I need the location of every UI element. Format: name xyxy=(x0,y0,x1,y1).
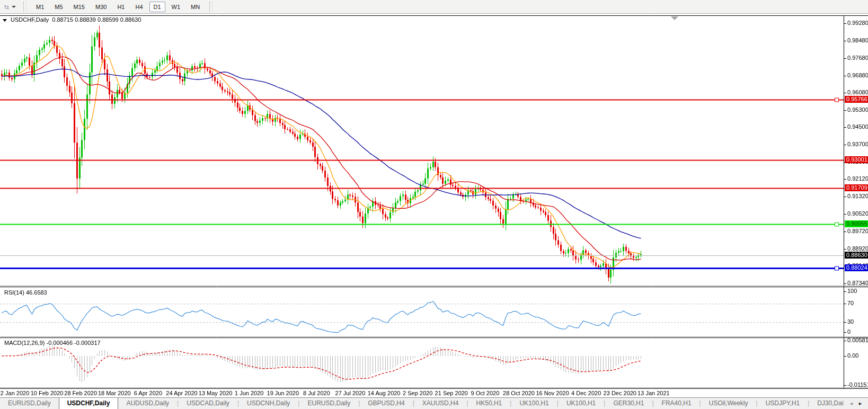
timeframe-button-m30[interactable]: M30 xyxy=(91,2,111,12)
price-tick-label: 0.90520 xyxy=(847,210,868,217)
chart-tools-icon[interactable]: ⇆ xyxy=(2,3,11,11)
tab-item-audusd-daily[interactable]: AUDUSD,Daily xyxy=(118,398,177,409)
price-level-badge[interactable]: 0.95766 xyxy=(845,96,868,103)
date-label: 13 Jan 2021 xyxy=(637,390,670,396)
ohlc-high: 0.88839 xyxy=(75,16,96,23)
rsi-tick-label: 70 xyxy=(847,300,854,306)
timeframe-button-m5[interactable]: M5 xyxy=(50,2,67,12)
price-tick-label: 0.95300 xyxy=(847,106,868,113)
date-label: 23 Dec 2020 xyxy=(604,390,636,396)
tab-item-usdchf-daily[interactable]: USDCHF,Daily xyxy=(59,398,119,409)
date-label: 13 May 2020 xyxy=(199,390,233,396)
ohlc-close: 0.88630 xyxy=(120,16,141,23)
date-label: 1 Jun 2020 xyxy=(235,390,263,396)
rsi-tick-label: 30 xyxy=(847,318,854,325)
tab-item-gbpusd-h4[interactable]: GBPUSD,H4 xyxy=(360,398,412,409)
current-price-badge: 0.88630 xyxy=(845,252,868,259)
date-label: 28 Oct 2020 xyxy=(503,390,535,396)
tab-item-hk50-h1[interactable]: HK50,H1 xyxy=(468,398,510,409)
tab-item-usdjpy-h1[interactable]: USDJPY,H1 xyxy=(758,398,808,409)
macd-main-value: -0.000466 xyxy=(46,340,73,346)
date-label: 16 Nov 2020 xyxy=(536,390,569,396)
timeframe-button-w1[interactable]: W1 xyxy=(167,2,185,12)
timeframe-button-h4[interactable]: H4 xyxy=(131,2,147,12)
rsi-value: 46.6583 xyxy=(26,289,47,296)
price-tick-label: 0.92120 xyxy=(847,175,868,182)
ohlc-low: 0.88599 xyxy=(98,16,119,23)
price-tick-label: 0.93700 xyxy=(847,141,868,147)
rsi-indicator-label: RSI(14) 46.6583 xyxy=(4,289,47,296)
macd-signal-value: -0.000317 xyxy=(74,340,101,346)
price-tick-label: 0.88920 xyxy=(847,245,868,252)
price-tick-label: 0.94500 xyxy=(847,123,868,130)
date-label: 14 Aug 2020 xyxy=(368,390,401,396)
tab-item-fra40-h1[interactable]: FRA40,H1 xyxy=(654,398,699,409)
timeframe-button-d1[interactable]: D1 xyxy=(149,2,165,12)
macd-indicator-label: MACD(12,26,9) -0.000466 -0.000317 xyxy=(4,340,101,346)
rsi-tick-label: 100 xyxy=(847,288,857,294)
price-level-badge[interactable]: 0.91709 xyxy=(845,184,868,191)
tab-scroll-controls: ◂ ▸ xyxy=(844,398,868,409)
macd-name: MACD(12,26,9) xyxy=(4,340,45,346)
chevron-down-icon[interactable] xyxy=(12,6,16,8)
price-tick-label: 0.96080 xyxy=(847,89,868,95)
date-label: 28 Feb 2020 xyxy=(64,390,97,396)
price-tick-label: 0.91320 xyxy=(847,193,868,199)
tab-item-xauusd-h4[interactable]: XAUUSD,H4 xyxy=(414,398,467,409)
date-label: 6 Apr 2020 xyxy=(134,390,162,396)
price-level-badge[interactable]: 0.88024 xyxy=(845,264,868,271)
timeframe-button-mn[interactable]: MN xyxy=(187,2,204,12)
price-level-badge[interactable]: 0.90055 xyxy=(845,220,868,227)
tab-item-uk100-h1[interactable]: UK100,H1 xyxy=(559,398,604,409)
tab-item-eurusd-daily[interactable]: EURUSD,Daily xyxy=(0,398,59,409)
price-tick-label: 0.87340 xyxy=(847,280,868,286)
price-tick-label: 0.98480 xyxy=(847,37,868,43)
date-label: 22 Jan 2020 xyxy=(0,390,29,396)
tab-item-ger30-h1[interactable]: GER30,H1 xyxy=(605,398,652,409)
date-label: 18 Mar 2020 xyxy=(98,390,131,396)
chart-title: USDCHF,Daily 0.88715 0.88839 0.88599 0.8… xyxy=(3,16,141,23)
price-tick-label: 0.89720 xyxy=(847,228,868,234)
symbol-period-label: USDCHF,Daily xyxy=(11,16,49,23)
timeframe-toolbar: ⇆ M1M5M15M30H1H4D1W1MN xyxy=(0,0,868,14)
date-label: 21 Sep 2020 xyxy=(435,390,468,396)
tab-scroll-right-icon[interactable]: ▸ xyxy=(859,400,862,407)
date-label: 8 Jul 2020 xyxy=(303,390,330,396)
macd-tick-label: -0.011514 xyxy=(847,381,868,388)
price-tick-label: 0.97680 xyxy=(847,55,868,61)
tab-item-eurusd-daily[interactable]: EURUSD,Daily xyxy=(299,398,358,409)
tab-item-usdcad-daily[interactable]: USDCAD,Daily xyxy=(179,398,237,409)
date-label: 24 Apr 2020 xyxy=(166,390,197,396)
tab-item-uk100-h1[interactable]: UK100,H1 xyxy=(511,398,556,409)
price-level-badge[interactable]: 0.93001 xyxy=(845,156,868,163)
date-label: 2 Sep 2020 xyxy=(403,390,432,396)
timeframe-button-m15[interactable]: M15 xyxy=(69,2,89,12)
macd-tick-label: 0.00 xyxy=(847,352,858,359)
macd-tick-label: 0.005818 xyxy=(847,337,868,343)
price-tick-label: 0.96880 xyxy=(847,72,868,78)
date-label: 4 Dec 2020 xyxy=(571,390,601,396)
date-label: 19 Jun 2020 xyxy=(267,390,299,396)
rsi-name: RSI(14) xyxy=(4,289,24,296)
tab-item-usdcnh-daily[interactable]: USDCNH,Daily xyxy=(239,398,298,409)
price-tick-label: 0.99280 xyxy=(847,20,868,26)
rsi-tick-label: 0 xyxy=(847,328,851,335)
chart-tab-bar: EURUSD,DailyUSDCHF,DailyAUDUSD,Daily|USD… xyxy=(0,397,868,409)
chart-menu-triangle-icon[interactable] xyxy=(3,19,7,22)
chart-canvas[interactable] xyxy=(0,14,868,397)
date-label: 27 Jul 2020 xyxy=(335,390,366,396)
date-label: 9 Oct 2020 xyxy=(471,390,499,396)
tab-item-usoil-weekly[interactable]: USOil,Weekly xyxy=(701,398,756,409)
date-label: 10 Feb 2020 xyxy=(31,390,64,396)
toolbar-drag-handle[interactable] xyxy=(209,2,212,12)
ohlc-open: 0.88715 xyxy=(52,16,73,23)
timeframe-button-h1[interactable]: H1 xyxy=(113,2,129,12)
tab-scroll-left-icon[interactable]: ◂ xyxy=(850,400,853,407)
toolbar-drag-handle[interactable] xyxy=(23,2,26,12)
timeframe-button-m1[interactable]: M1 xyxy=(32,2,48,12)
